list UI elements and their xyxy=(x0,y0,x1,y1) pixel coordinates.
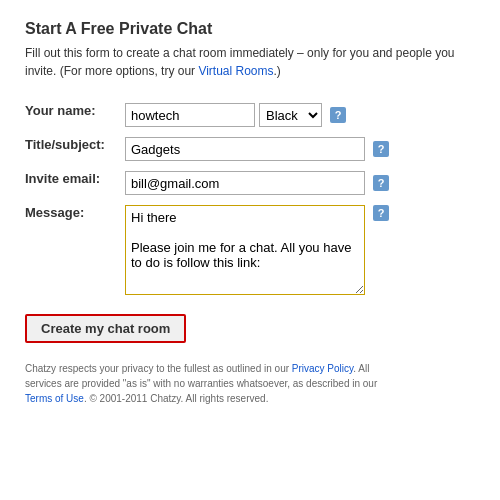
invite-label: Invite email: xyxy=(25,166,125,200)
title-input-row: ? xyxy=(125,137,475,161)
title-cell: ? xyxy=(125,132,475,166)
invite-row: Invite email: ? xyxy=(25,166,475,200)
page-description: Fill out this form to create a chat room… xyxy=(25,44,475,80)
privacy-policy-link[interactable]: Privacy Policy xyxy=(292,363,354,374)
invite-email-input[interactable] xyxy=(125,171,365,195)
color-select[interactable]: Black Blue Red Green xyxy=(259,103,322,127)
invite-help-icon[interactable]: ? xyxy=(373,175,389,191)
message-cell: Hi there Please join me for a chat. All … xyxy=(125,200,475,300)
title-help-icon[interactable]: ? xyxy=(373,141,389,157)
your-name-cell: Black Blue Red Green ? xyxy=(125,98,475,132)
name-input[interactable] xyxy=(125,103,255,127)
virtual-rooms-link[interactable]: Virtual Rooms xyxy=(198,64,273,78)
message-label: Message: xyxy=(25,200,125,300)
your-name-row: Your name: Black Blue Red Green ? xyxy=(25,98,475,132)
page-title: Start A Free Private Chat xyxy=(25,20,475,38)
title-label: Title/subject: xyxy=(25,132,125,166)
footer-text: Chatzy respects your privacy to the full… xyxy=(25,361,395,406)
message-input-row: Hi there Please join me for a chat. All … xyxy=(125,205,475,295)
invite-input-row: ? xyxy=(125,171,475,195)
create-chat-room-button[interactable]: Create my chat room xyxy=(25,314,186,343)
message-help-icon[interactable]: ? xyxy=(373,205,389,221)
name-row: Black Blue Red Green ? xyxy=(125,103,475,127)
title-input[interactable] xyxy=(125,137,365,161)
title-row: Title/subject: ? xyxy=(25,132,475,166)
message-textarea[interactable]: Hi there Please join me for a chat. All … xyxy=(125,205,365,295)
invite-cell: ? xyxy=(125,166,475,200)
terms-of-use-link[interactable]: Terms of Use xyxy=(25,393,84,404)
name-help-icon[interactable]: ? xyxy=(330,107,346,123)
message-row: Message: Hi there Please join me for a c… xyxy=(25,200,475,300)
form-table: Your name: Black Blue Red Green ? Title/… xyxy=(25,98,475,300)
your-name-label: Your name: xyxy=(25,98,125,132)
